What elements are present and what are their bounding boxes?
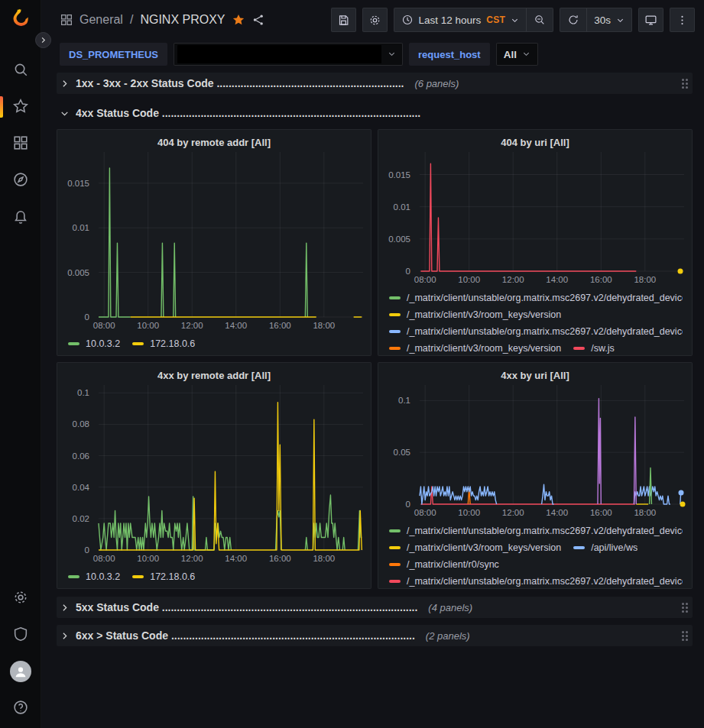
breadcrumb-section[interactable]: General — [79, 13, 123, 27]
legend-swatch — [389, 580, 401, 583]
sidebar-expand-button[interactable] — [35, 32, 51, 48]
zoom-out-time-button[interactable] — [526, 8, 553, 31]
row-drag-handle[interactable] — [682, 79, 688, 89]
y-tick-label: 0.05 — [394, 448, 410, 457]
cycle-view-mode-button[interactable] — [638, 8, 663, 32]
plot-area[interactable] — [420, 385, 684, 504]
legend-item[interactable]: /_matrix/client/unstable/org.matrix.msc2… — [389, 290, 683, 306]
chevron-down-icon — [388, 48, 396, 60]
panel-title[interactable]: 4xx by uri [All] — [386, 367, 684, 385]
panel-4xx-by-remote-addr: 4xx by remote addr [All] 00.020.040.060.… — [57, 362, 371, 589]
row-drag-handle[interactable] — [682, 603, 688, 613]
breadcrumb-dashboard-title[interactable]: NGINX PROXY — [140, 13, 225, 27]
breadcrumb: General / NGINX PROXY — [60, 13, 265, 27]
refresh-button[interactable] — [560, 8, 586, 31]
legend-item[interactable]: /_matrix/client/v3/room_keys/version — [389, 340, 561, 354]
plot-area[interactable] — [99, 152, 363, 317]
panel-404-by-uri: 404 by uri [All] 00.0050.010.01508:0010:… — [378, 129, 693, 356]
legend-label: /_matrix/client/unstable/org.matrix.msc2… — [407, 576, 683, 587]
legend-swatch — [389, 330, 401, 333]
x-tick-label: 08:00 — [93, 554, 115, 563]
y-tick-label: 0 — [85, 545, 89, 555]
sidebar-item-help[interactable] — [0, 690, 41, 726]
datasource-variable-label[interactable]: DS_PROMETHEUS — [60, 43, 167, 66]
panel-legend: /_matrix/client/unstable/org.matrix.msc2… — [386, 519, 684, 587]
row-header-5xx[interactable]: 5xx Status Code ........................… — [57, 597, 693, 618]
legend-item[interactable]: /_matrix/client/unstable/org.matrix.msc2… — [389, 523, 683, 539]
x-tick-label: 16:00 — [590, 275, 612, 284]
row-header-4xx[interactable]: 4xx Status Code ........................… — [57, 104, 693, 122]
legend-item[interactable]: /_matrix/client/r0/sync — [389, 556, 499, 573]
row-drag-handle[interactable] — [682, 631, 688, 641]
sidebar-item-profile[interactable] — [0, 653, 41, 690]
share-icon[interactable] — [251, 13, 265, 27]
refresh-interval-picker[interactable]: 30s — [586, 8, 631, 31]
panel-legend: 10.0.3.2172.18.0.6 — [65, 565, 363, 587]
x-tick-label: 14:00 — [546, 275, 568, 284]
legend-item[interactable]: 10.0.3.2 — [68, 568, 120, 585]
x-tick-label: 16:00 — [269, 321, 291, 330]
legend-item[interactable]: 172.18.0.6 — [132, 335, 195, 352]
kebab-icon — [676, 14, 689, 27]
sidebar-item-alerting[interactable] — [0, 199, 41, 235]
panel-title[interactable]: 404 by remote addr [All] — [65, 134, 363, 152]
more-options-button[interactable] — [670, 8, 695, 32]
time-range-label: Last 12 hours — [419, 15, 482, 26]
time-picker-group: Last 12 hours CST — [394, 8, 554, 32]
sidebar-item-starred[interactable] — [0, 89, 41, 125]
avatar-icon — [10, 661, 31, 682]
x-tick-label: 18:00 — [313, 554, 335, 563]
series-line — [650, 468, 652, 504]
panel-title[interactable]: 404 by uri [All] — [386, 134, 684, 152]
series-line — [420, 487, 634, 504]
zoom-out-icon — [534, 14, 546, 26]
panel-4xx-by-uri: 4xx by uri [All] 00.050.108:0010:0012:00… — [378, 362, 693, 589]
y-tick-label: 0.01 — [73, 223, 89, 232]
row-title: 1xx - 3xx - 2xx Status Code ............… — [76, 77, 404, 89]
apps-icon — [12, 134, 29, 154]
save-dashboard-button[interactable] — [331, 8, 356, 32]
sidebar-item-server-admin[interactable] — [0, 616, 41, 653]
panel-title[interactable]: 4xx by remote addr [All] — [65, 367, 363, 385]
legend-swatch — [389, 529, 401, 532]
legend-item[interactable]: 10.0.3.2 — [68, 335, 120, 352]
plot-area[interactable] — [99, 385, 363, 550]
sidebar-item-configuration[interactable] — [0, 580, 41, 616]
time-range-picker[interactable]: Last 12 hours CST — [394, 8, 527, 31]
plot-area[interactable] — [420, 152, 684, 271]
legend-item[interactable]: /_matrix/client/unstable/org.matrix.msc2… — [389, 573, 683, 587]
row-header-6xx[interactable]: 6xx > Status Code ......................… — [57, 625, 693, 646]
y-tick-label: 0 — [406, 267, 410, 276]
x-tick-label: 10:00 — [137, 554, 159, 563]
user-avatar — [10, 661, 31, 682]
request-host-variable-label[interactable]: request_host — [409, 43, 490, 66]
legend-swatch — [389, 296, 401, 299]
grafana-logo-icon[interactable] — [8, 6, 34, 32]
star-filled-icon[interactable] — [232, 13, 245, 27]
legend-item[interactable]: /sw.js — [573, 340, 615, 354]
row-header-1xx-3xx-2xx[interactable]: 1xx - 3xx - 2xx Status Code ............… — [57, 73, 693, 94]
clock-icon — [401, 14, 414, 26]
request-host-value: All — [504, 49, 517, 60]
legend-item[interactable]: /_matrix/client/unstable/org.matrix.msc2… — [389, 323, 683, 340]
x-tick-label: 12:00 — [502, 275, 524, 284]
compass-icon — [12, 171, 29, 190]
legend-item[interactable]: /_matrix/client/v3/room_keys/version — [389, 306, 561, 323]
legend-swatch — [68, 575, 79, 578]
datasource-variable-select[interactable] — [174, 43, 403, 66]
request-host-variable-select[interactable]: All — [496, 43, 538, 66]
dashboard-settings-button[interactable] — [362, 8, 388, 32]
sidebar-item-dashboards[interactable] — [0, 125, 41, 162]
sidebar-item-explore[interactable] — [0, 162, 41, 199]
series-line — [174, 243, 176, 317]
sidebar-item-search[interactable] — [0, 52, 41, 89]
chart-404-by-uri: 00.0050.010.01508:0010:0012:0014:0016:00… — [386, 152, 684, 286]
legend-item[interactable]: 172.18.0.6 — [132, 568, 195, 585]
series-line — [420, 163, 636, 271]
x-tick-label: 12:00 — [181, 554, 203, 563]
refresh-icon — [567, 14, 579, 26]
y-tick-label: 0 — [85, 312, 89, 322]
legend-item[interactable]: /_matrix/client/v3/room_keys/version — [389, 539, 561, 556]
dashboard-canvas: 1xx - 3xx - 2xx Status Code ............… — [41, 69, 704, 728]
legend-item[interactable]: /api/live/ws — [573, 539, 637, 556]
